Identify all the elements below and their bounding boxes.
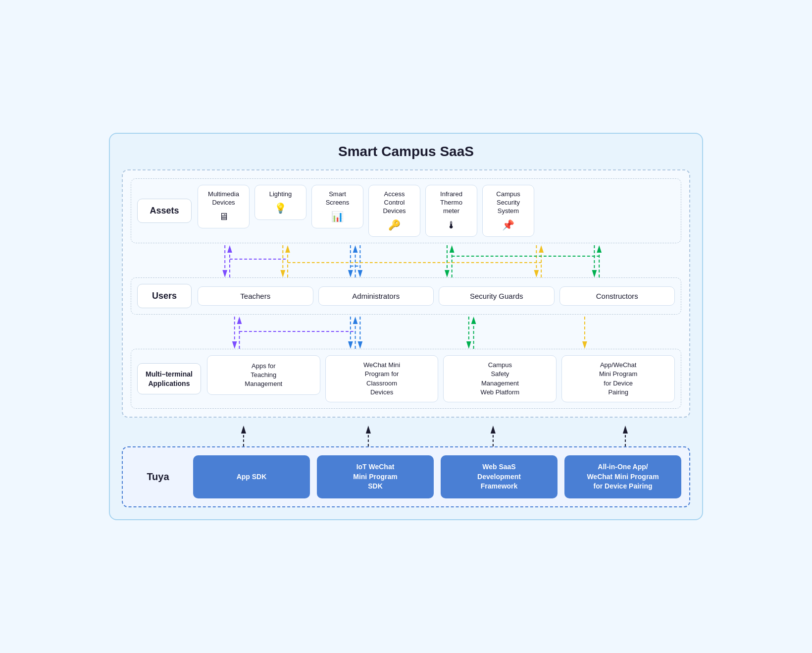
assets-row: Assets MultimediaDevices 🖥 Lighting 💡 Sm… — [137, 185, 675, 237]
svg-marker-35 — [348, 341, 353, 349]
users-section: Users Teachers Administrators Security G… — [131, 277, 681, 315]
asset-access-control: AccessControlDevices 🔑 — [368, 185, 420, 237]
svg-marker-23 — [592, 270, 597, 277]
svg-marker-1 — [222, 270, 227, 277]
apps-label: Multi–terminalApplications — [137, 363, 201, 394]
arrows-svg-1 — [131, 245, 681, 277]
svg-marker-17 — [450, 245, 455, 253]
svg-marker-37 — [353, 317, 358, 324]
svg-marker-9 — [348, 270, 353, 277]
outer-container: Smart Campus SaaS Assets MultimediaDevic… — [109, 133, 703, 520]
user-security-guards: Security Guards — [439, 286, 555, 306]
tuya-cards: App SDK IoT WeChatMini ProgramSDK Web Sa… — [193, 455, 681, 498]
arrows-assets-users — [131, 245, 681, 277]
tuya-app-sdk: App SDK — [193, 455, 310, 498]
security-icon: 📌 — [487, 218, 530, 231]
svg-marker-50 — [366, 426, 371, 434]
tuya-label: Tuya — [131, 471, 185, 483]
assets-section: Assets MultimediaDevices 🖥 Lighting 💡 Sm… — [131, 178, 681, 243]
thermo-icon: 🌡 — [430, 218, 473, 231]
svg-marker-15 — [445, 270, 450, 277]
users-label: Users — [137, 284, 192, 308]
svg-marker-48 — [241, 426, 246, 434]
asset-security-system: CampusSecuritySystem 📌 — [482, 185, 534, 237]
svg-marker-11 — [353, 245, 358, 253]
user-administrators: Administrators — [318, 286, 434, 306]
svg-marker-43 — [471, 317, 476, 324]
apps-section: Multi–terminalApplications Apps forTeach… — [131, 349, 681, 409]
asset-multimedia: MultimediaDevices 🖥 — [198, 185, 250, 228]
asset-thermometer: InfraredThermometer 🌡 — [425, 185, 477, 237]
lighting-icon: 💡 — [259, 202, 302, 215]
arrows-users-apps — [131, 317, 681, 349]
app-device-pairing: App/WeChatMini Programfor DevicePairing — [561, 355, 675, 402]
svg-marker-5 — [280, 270, 285, 277]
tuya-web-saas: Web SaaSDevelopmentFramework — [441, 455, 558, 498]
svg-marker-25 — [597, 245, 602, 253]
svg-marker-21 — [539, 245, 544, 253]
svg-marker-33 — [237, 317, 242, 324]
multimedia-icon: 🖥 — [202, 210, 245, 223]
arrows-apps-tuya — [186, 426, 690, 446]
users-row: Users Teachers Administrators Security G… — [137, 284, 675, 308]
users-items: Teachers Administrators Security Guards … — [198, 286, 675, 306]
app-teaching: Apps forTeachingManagement — [207, 355, 320, 395]
asset-lighting: Lighting 💡 — [254, 185, 306, 220]
svg-marker-41 — [466, 341, 471, 349]
apps-row: Multi–terminalApplications Apps forTeach… — [137, 355, 675, 402]
svg-marker-13 — [357, 270, 362, 277]
apps-items: Apps forTeachingManagement WeChat MiniPr… — [207, 355, 675, 402]
svg-marker-52 — [491, 426, 496, 434]
tuya-section: Tuya App SDK IoT WeChatMini ProgramSDK W… — [122, 446, 690, 507]
svg-marker-3 — [227, 245, 232, 253]
arrows-svg-2 — [131, 317, 681, 349]
access-icon: 🔑 — [373, 218, 416, 231]
screens-icon: 📊 — [316, 210, 359, 223]
app-campus-safety: CampusSafetyManagementWeb Platform — [443, 355, 557, 402]
tuya-iot-wechat: IoT WeChatMini ProgramSDK — [317, 455, 434, 498]
assets-items: MultimediaDevices 🖥 Lighting 💡 SmartScre… — [198, 185, 675, 237]
main-title: Smart Campus SaaS — [122, 144, 690, 160]
svg-marker-31 — [232, 341, 237, 349]
user-constructors: Constructors — [559, 286, 675, 306]
svg-marker-39 — [357, 341, 362, 349]
user-teachers: Teachers — [198, 286, 313, 306]
svg-marker-19 — [534, 270, 539, 277]
assets-label: Assets — [137, 199, 192, 223]
svg-marker-7 — [285, 245, 290, 253]
arrows-svg-3 — [186, 426, 690, 446]
svg-marker-45 — [582, 341, 587, 349]
asset-smart-screens: SmartScreens 📊 — [311, 185, 363, 228]
app-wechat-classroom: WeChat MiniProgram forClassroomDevices — [325, 355, 439, 402]
svg-marker-54 — [623, 426, 628, 434]
tuya-allinone: All-in-One App/WeChat Mini Programfor De… — [564, 455, 681, 498]
inner-box: Assets MultimediaDevices 🖥 Lighting 💡 Sm… — [122, 169, 690, 418]
